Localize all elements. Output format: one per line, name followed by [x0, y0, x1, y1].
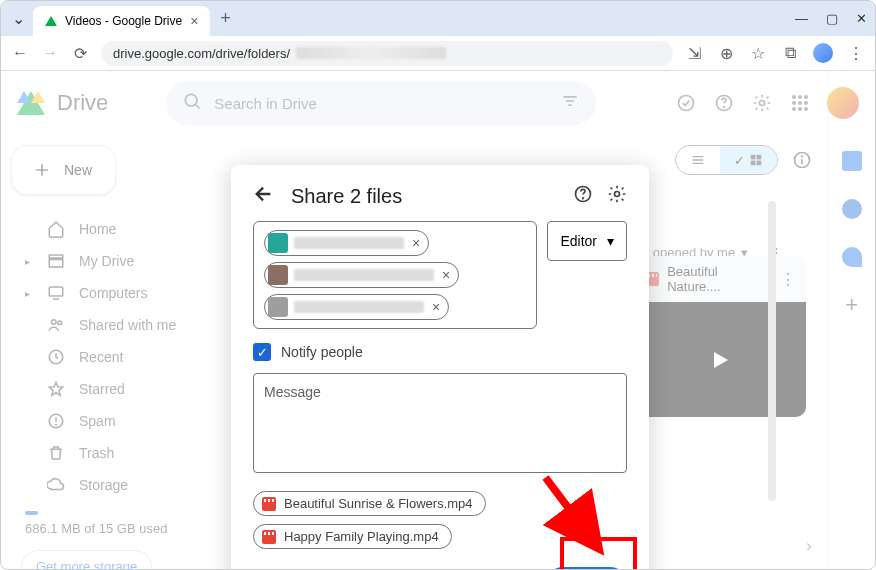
- browser-tab[interactable]: Videos - Google Drive ×: [33, 6, 210, 36]
- window-controls: — ▢ ✕: [795, 11, 867, 26]
- svg-point-39: [583, 198, 584, 199]
- forward-icon[interactable]: →: [41, 44, 59, 62]
- extensions-icon[interactable]: ⧉: [781, 44, 799, 62]
- remove-chip-icon[interactable]: ×: [430, 299, 442, 315]
- file-chip[interactable]: Beautiful Sunrise & Flowers.mp4: [253, 491, 486, 516]
- role-dropdown[interactable]: Editor ▾: [547, 221, 627, 261]
- file-chip[interactable]: Happy Family Playing.mp4: [253, 524, 452, 549]
- help-icon[interactable]: [573, 184, 593, 208]
- chevron-down-icon: ▾: [607, 233, 614, 249]
- browser-right-icons: ⇲ ⊕ ☆ ⧉ ⋮: [685, 43, 865, 63]
- address-bar: ← → ⟳ drive.google.com/drive/folders/ ⇲ …: [1, 36, 875, 71]
- role-label: Editor: [560, 233, 597, 249]
- settings-icon[interactable]: [607, 184, 627, 208]
- close-tab-icon[interactable]: ×: [190, 13, 198, 29]
- file-list: Beautiful Sunrise & Flowers.mp4 Happy Fa…: [253, 491, 627, 549]
- url-input[interactable]: drive.google.com/drive/folders/: [101, 41, 673, 66]
- message-input[interactable]: Message: [253, 373, 627, 473]
- bookmark-icon[interactable]: ☆: [749, 44, 767, 62]
- svg-point-40: [615, 192, 620, 197]
- video-file-icon: [262, 530, 276, 544]
- message-placeholder: Message: [264, 384, 321, 400]
- browser-menu-icon[interactable]: ⋮: [847, 44, 865, 62]
- file-name: Beautiful Sunrise & Flowers.mp4: [284, 496, 473, 511]
- reload-icon[interactable]: ⟳: [71, 44, 89, 62]
- remove-chip-icon[interactable]: ×: [440, 267, 452, 283]
- share-modal: Share 2 files × × × Editor ▾ ✓ Notify pe…: [231, 165, 649, 570]
- person-chip[interactable]: ×: [264, 294, 449, 320]
- install-icon[interactable]: ⇲: [685, 44, 703, 62]
- people-input[interactable]: × × ×: [253, 221, 537, 329]
- minimize-icon[interactable]: —: [795, 11, 808, 26]
- notify-checkbox-row[interactable]: ✓ Notify people: [253, 343, 627, 361]
- tab-title: Videos - Google Drive: [65, 14, 182, 28]
- checkbox-checked-icon[interactable]: ✓: [253, 343, 271, 361]
- back-icon[interactable]: ←: [11, 44, 29, 62]
- new-tab-button[interactable]: +: [220, 8, 231, 29]
- tabs-dropdown[interactable]: ⌄: [9, 10, 27, 28]
- back-arrow-icon[interactable]: [253, 183, 275, 209]
- close-window-icon[interactable]: ✕: [856, 11, 867, 26]
- file-name: Happy Family Playing.mp4: [284, 529, 439, 544]
- person-chip[interactable]: ×: [264, 230, 429, 256]
- person-chip[interactable]: ×: [264, 262, 459, 288]
- profile-avatar[interactable]: [813, 43, 833, 63]
- modal-title: Share 2 files: [291, 185, 402, 208]
- video-file-icon: [262, 497, 276, 511]
- remove-chip-icon[interactable]: ×: [410, 235, 422, 251]
- browser-tab-bar: ⌄ Videos - Google Drive × + — ▢ ✕: [1, 1, 875, 36]
- notify-label: Notify people: [281, 344, 363, 360]
- drive-favicon: [45, 16, 57, 26]
- url-blurred: [296, 47, 446, 59]
- zoom-icon[interactable]: ⊕: [717, 44, 735, 62]
- url-text: drive.google.com/drive/folders/: [113, 46, 290, 61]
- maximize-icon[interactable]: ▢: [826, 11, 838, 26]
- drive-content: Drive Search in Drive New ▸Home ▸My Driv…: [1, 71, 875, 570]
